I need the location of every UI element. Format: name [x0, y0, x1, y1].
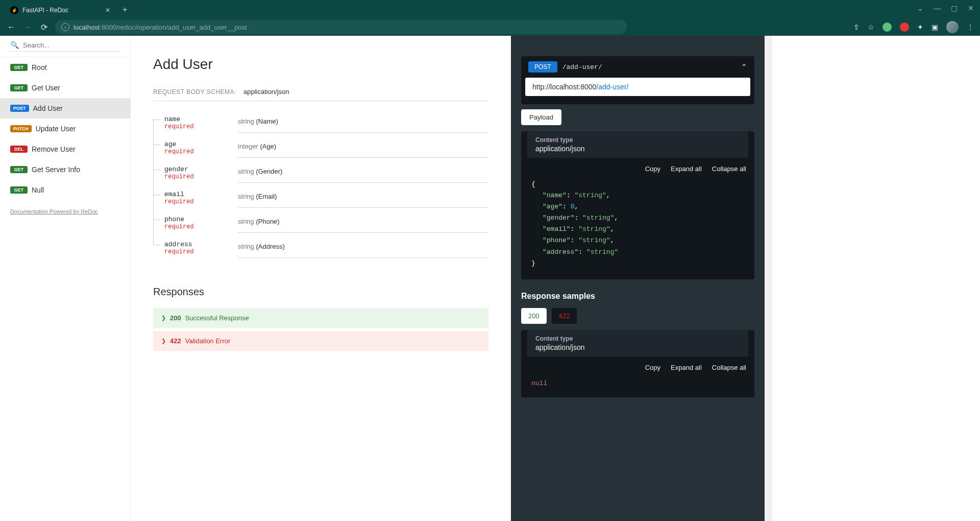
collapse-all-button[interactable]: Collapse all	[712, 165, 746, 173]
json-line: "email": "string",	[531, 224, 744, 235]
schema-row: name required string (Name)	[153, 110, 488, 135]
endpoint-url[interactable]: http://localhost:8000/add-user/	[525, 78, 750, 96]
url-port: :8000	[100, 23, 116, 31]
sidebar-item-label: Update User	[36, 125, 76, 133]
schema-label: REQUEST BODY SCHEMA:	[153, 88, 236, 96]
response-desc: Validation Error	[185, 337, 231, 345]
response-422[interactable]: ❯ 422 Validation Error	[153, 331, 488, 351]
json-line: "gender": "string",	[531, 212, 744, 224]
site-info-icon[interactable]: i	[61, 23, 69, 31]
sidebar-item-label: Null	[32, 186, 44, 194]
forward-button[interactable]: →	[22, 22, 33, 32]
share-icon[interactable]: ⇪	[853, 23, 860, 31]
sidebar-item-label: Get User	[32, 84, 60, 92]
content-type-label: Content type	[535, 335, 740, 342]
responses-heading: Responses	[153, 286, 488, 298]
scrollbar[interactable]	[765, 36, 772, 521]
null-response-body: null	[521, 373, 754, 397]
property-type: integer (Age)	[238, 135, 488, 158]
close-tab-icon[interactable]: ✕	[105, 7, 110, 14]
copy-button[interactable]: Copy	[645, 364, 660, 371]
method-badge: GET	[10, 64, 28, 71]
url-host: localhost	[74, 23, 100, 31]
property-name: phone	[164, 216, 238, 223]
chevron-down-icon[interactable]: ⌄	[917, 4, 923, 12]
json-sample: { "name": "string","age": 0,"gender": "s…	[521, 175, 754, 279]
required-label: required	[164, 148, 238, 155]
sidebar-item-null[interactable]: GETNull	[0, 180, 130, 200]
endpoint-header[interactable]: POST /add-user/ ⌃	[521, 56, 754, 78]
response-200[interactable]: ❯ 200 Successful Response	[153, 308, 488, 328]
schema-row: address required string (Address)	[153, 235, 488, 260]
search-icon: 🔍	[10, 41, 19, 49]
json-line: "address": "string"	[531, 247, 744, 258]
sidebar-item-add-user[interactable]: POSTAdd User	[0, 98, 130, 119]
sidebar-item-label: Add User	[33, 104, 63, 112]
property-type: string (Address)	[238, 235, 488, 258]
address-bar[interactable]: i localhost:8000/redoc#operation/add_use…	[55, 20, 627, 34]
sidebar-item-root[interactable]: GETRoot	[0, 57, 130, 78]
property-type: string (Gender)	[238, 160, 488, 183]
property-type: string (Email)	[238, 185, 488, 208]
method-badge: GET	[10, 186, 28, 194]
chevron-right-icon: ❯	[161, 315, 166, 321]
url-path: /redoc#operation/add_user_add_user__post	[116, 23, 247, 31]
copy-button[interactable]: Copy	[645, 165, 660, 173]
favicon-icon: ⚡	[10, 6, 18, 14]
collapse-all-button[interactable]: Collapse all	[712, 364, 746, 371]
schema-row: email required string (Email)	[153, 185, 488, 210]
content-type-value: application/json	[535, 145, 740, 153]
search-input[interactable]	[23, 41, 120, 49]
method-badge: POST	[528, 61, 557, 73]
chevron-up-icon: ⌃	[741, 62, 747, 72]
sidebar-item-get-server-info[interactable]: GETGet Server Info	[0, 159, 130, 180]
reload-button[interactable]: ⟳	[39, 22, 49, 32]
expand-all-button[interactable]: Expand all	[671, 364, 702, 371]
property-type: string (Phone)	[238, 210, 488, 233]
sample-tab-422[interactable]: 422	[552, 308, 577, 324]
minimize-icon[interactable]: —	[934, 4, 941, 12]
expand-all-button[interactable]: Expand all	[671, 165, 702, 173]
content-type-label: Content type	[535, 136, 740, 144]
response-desc: Successful Response	[185, 314, 249, 322]
bookmark-icon[interactable]: ☆	[868, 23, 874, 31]
profile-avatar[interactable]	[946, 21, 959, 33]
required-label: required	[164, 223, 238, 230]
property-name: email	[164, 191, 238, 198]
doc-footer-link[interactable]: Documentation Powered by ReDoc	[0, 200, 130, 223]
method-badge: PATCH	[10, 125, 32, 132]
method-badge: GET	[10, 166, 28, 173]
method-badge: DEL	[10, 146, 28, 153]
json-line: "name": "string",	[531, 190, 744, 201]
property-type: string (Name)	[238, 110, 488, 133]
extension-icon[interactable]	[900, 22, 909, 32]
required-label: required	[164, 248, 238, 255]
back-button[interactable]: ←	[6, 22, 16, 32]
extension-icon[interactable]	[883, 22, 892, 32]
browser-tab[interactable]: ⚡ FastAPI - ReDoc ✕	[4, 2, 116, 18]
new-tab-button[interactable]: +	[116, 1, 133, 18]
sidebar-item-remove-user[interactable]: DELRemove User	[0, 139, 130, 159]
maximize-icon[interactable]: ▢	[951, 4, 958, 12]
property-name: age	[164, 140, 238, 148]
response-code: 422	[170, 337, 181, 345]
sidebar-item-label: Get Server Info	[32, 165, 80, 174]
operation-title: Add User	[153, 56, 488, 73]
samples-panel: POST /add-user/ ⌃ http://localhost:8000/…	[511, 36, 765, 521]
json-line: "age": 0,	[531, 201, 744, 212]
sidebar-item-update-user[interactable]: PATCHUpdate User	[0, 119, 130, 139]
endpoint-path: /add-user/	[562, 63, 602, 71]
content-type-value: application/json	[535, 343, 740, 351]
property-name: address	[164, 241, 238, 248]
schema-row: gender required string (Gender)	[153, 160, 488, 185]
sidepanel-icon[interactable]: ▣	[932, 23, 938, 31]
payload-tab[interactable]: Payload	[521, 109, 561, 125]
sidebar-item-get-user[interactable]: GETGet User	[0, 78, 130, 98]
extensions-icon[interactable]: ✦	[917, 23, 923, 31]
schema-row: age required integer (Age)	[153, 135, 488, 160]
sidebar-item-label: Remove User	[32, 145, 76, 153]
menu-icon[interactable]: ⋮	[967, 23, 974, 31]
sample-tab-200[interactable]: 200	[521, 308, 547, 324]
method-badge: POST	[10, 105, 29, 112]
close-window-icon[interactable]: ✕	[968, 4, 974, 12]
